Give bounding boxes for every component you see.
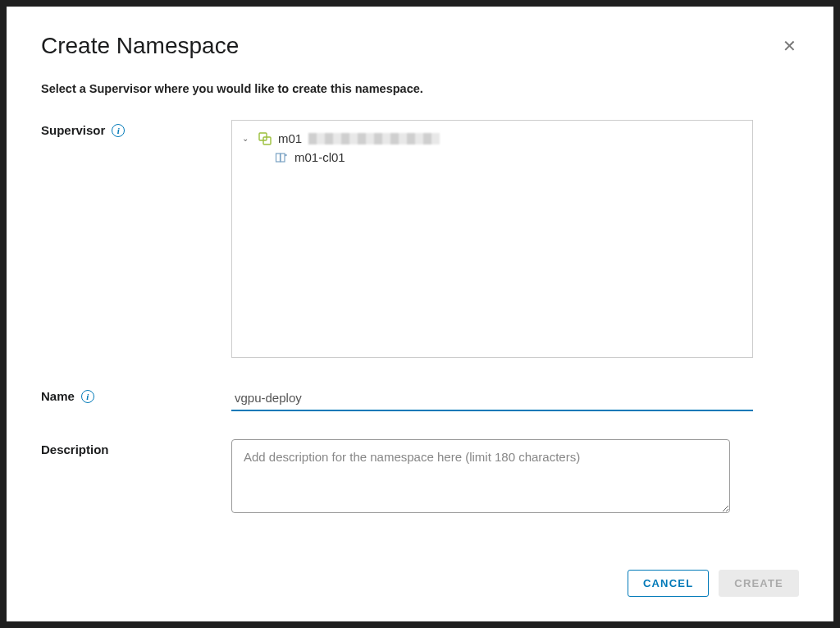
create-button[interactable]: CREATE: [719, 570, 799, 597]
tree-root-label: m01: [278, 131, 302, 145]
svg-rect-3: [281, 154, 285, 162]
tree-children: m01-cl01: [242, 148, 742, 167]
vcenter-icon: [258, 132, 272, 145]
tree-root-node[interactable]: ⌄ m01: [242, 129, 742, 148]
name-row: Name i: [41, 386, 799, 411]
description-row: Description: [41, 439, 799, 513]
name-label: Name i: [41, 386, 231, 403]
close-button[interactable]: ✕: [779, 36, 799, 56]
tree-cluster-node[interactable]: m01-cl01: [275, 148, 742, 167]
info-icon[interactable]: i: [112, 124, 125, 137]
name-input[interactable]: [231, 386, 753, 411]
cluster-icon: [275, 151, 288, 164]
supervisor-row: Supervisor i ⌄ m01 m01-cl01: [41, 120, 799, 358]
info-icon[interactable]: i: [81, 390, 94, 403]
description-label-text: Description: [41, 442, 109, 456]
description-label: Description: [41, 439, 231, 456]
chevron-down-icon[interactable]: ⌄: [242, 134, 252, 143]
supervisor-tree[interactable]: ⌄ m01 m01-cl01: [231, 120, 753, 358]
svg-point-4: [285, 154, 286, 155]
instruction-text: Select a Supervisor where you would like…: [41, 82, 799, 95]
redacted-text: [308, 133, 440, 144]
modal-title: Create Namespace: [41, 33, 239, 59]
create-namespace-modal: Create Namespace ✕ Select a Supervisor w…: [7, 7, 833, 621]
close-icon: ✕: [783, 38, 797, 54]
name-label-text: Name: [41, 389, 75, 403]
cancel-button[interactable]: CANCEL: [628, 570, 709, 597]
tree-cluster-label: m01-cl01: [294, 150, 345, 164]
modal-header: Create Namespace ✕: [41, 33, 799, 59]
modal-footer: CANCEL CREATE: [41, 553, 799, 597]
description-textarea[interactable]: [231, 439, 730, 513]
supervisor-label-text: Supervisor: [41, 123, 105, 137]
svg-rect-2: [276, 154, 281, 162]
supervisor-label: Supervisor i: [41, 120, 231, 137]
